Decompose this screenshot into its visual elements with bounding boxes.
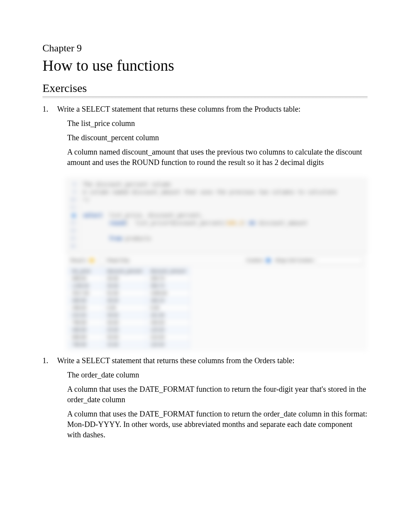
table-row: 415.0039.00161.85: [68, 312, 190, 319]
table-row: 799.9930.00240.00: [68, 319, 190, 326]
exercise-1: 1. Write a SELECT statement that returns…: [42, 104, 368, 172]
exercise-subitem: A column that uses the DATE_FORMAT funct…: [67, 409, 368, 440]
exercise-prompt: Write a SELECT statement that returns th…: [57, 355, 368, 366]
exercise-number: 1.: [42, 104, 57, 172]
exercise-number: 1.: [42, 355, 57, 444]
exercise-subitem: The discount_percent column: [67, 133, 368, 143]
table-row: 299.000.000.00: [68, 304, 190, 312]
column-header: discount_amount: [146, 268, 190, 275]
code-editor: 8The discount_percent column 9A column n…: [66, 178, 368, 253]
table-row: 1199.0030.00359.70: [68, 282, 190, 290]
exercise-subitem: The order_date column: [67, 370, 368, 380]
table-row: 799.9915.00120.00: [68, 341, 190, 348]
chapter-title: How to use functions: [42, 56, 368, 75]
table-row: 699.0030.00209.70: [68, 275, 190, 282]
results-toolbar: Result 1 Read Only Content: Wrap Cell Co…: [68, 255, 365, 266]
chapter-label: Chapter 9: [42, 42, 368, 54]
column-header: discount_percent: [103, 268, 146, 275]
table-row: 2517.0052.001308.84: [68, 290, 190, 297]
exercise-subitem: A column that uses the DATE_FORMAT funct…: [67, 384, 368, 405]
section-title: Exercises: [42, 82, 368, 95]
column-header: list_price: [68, 268, 103, 275]
blurred-screenshot: 8The discount_percent column 9A column n…: [66, 178, 368, 351]
exercise-subitem: A column named discount_amount that uses…: [67, 147, 368, 168]
table-row: 499.9925.00125.00: [68, 326, 190, 334]
exercise-prompt: Write a SELECT statement that returns th…: [57, 104, 368, 114]
divider: [42, 96, 368, 99]
exercise-subitem: The list_price column: [67, 118, 368, 129]
exercise-2: 1. Write a SELECT statement that returns…: [42, 355, 368, 444]
table-row: 699.9930.00210.00: [68, 334, 190, 341]
result-table: list_pricediscount_percentdiscount_amoun…: [68, 267, 190, 348]
table-row: 489.9938.00186.20: [68, 297, 190, 304]
results-panel: Result 1 Read Only Content: Wrap Cell Co…: [66, 253, 368, 351]
